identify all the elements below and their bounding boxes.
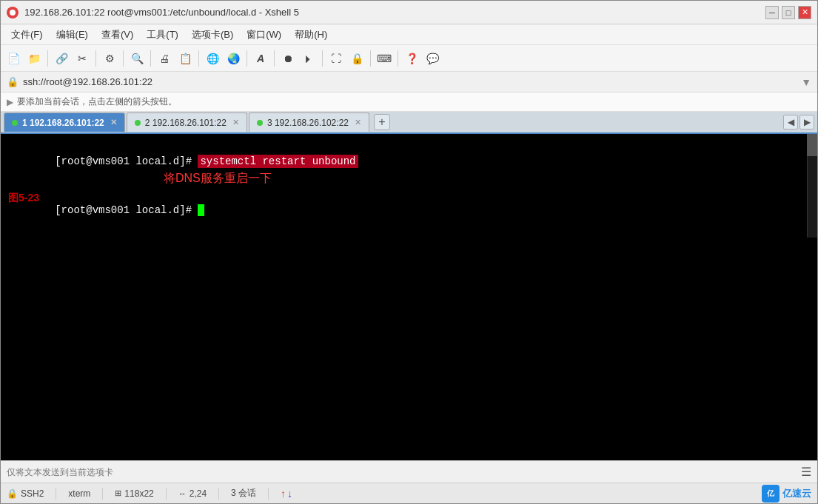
toolbar: 📄 📁 🔗 ✂ ⚙ 🔍 🖨 📋 🌐 🌏 A ⏺ ⏵ ⛶ 🔒 ⌨ ❓ 💬 [1,45,817,72]
address-lock-icon: 🔒 [7,76,19,87]
toolbar-sep-10 [398,50,398,67]
minimize-button[interactable]: ─ [765,6,779,19]
toolbar-globe-btn[interactable]: 🌐 [203,49,222,68]
info-bar-text: 要添加当前会话，点击左侧的箭头按钮。 [17,95,177,108]
toolbar-fullscreen-btn[interactable]: ⛶ [326,49,346,68]
maximize-button[interactable]: □ [782,6,795,19]
status-cols-item: ⊞ 118x22 [115,488,153,499]
toolbar-sep-5 [198,50,199,67]
status-arrow-up: ↑ [281,488,286,500]
menu-help[interactable]: 帮助(H) [289,27,333,43]
status-sessions-label: 3 会话 [231,487,256,500]
tab-2-dot [135,120,141,126]
address-bar: 🔒 ssh://root@192.168.26.101:22 ▼ [1,72,817,93]
toolbar-print2-btn[interactable]: 📋 [175,49,195,68]
status-lock-icon: 🔒 [7,488,18,499]
title-bar-left: 192.168.26.101:22 root@vms001:/etc/unbou… [7,7,299,19]
toolbar-keyboard-btn[interactable]: ⌨ [375,49,394,68]
toolbar-globe2-btn[interactable]: 🌏 [224,49,243,68]
terminal-prompt-2: [root@vms001 local.d]# [55,204,198,216]
toolbar-connect-btn[interactable]: 🔗 [52,49,71,68]
status-sep-4 [218,488,219,500]
toolbar-print-btn[interactable]: 🖨 [155,49,174,68]
toolbar-lock-btn[interactable]: 🔒 [347,49,366,68]
status-sep-3 [166,488,167,500]
status-pos-icon: ↔ [178,489,187,498]
toolbar-sep-7 [274,50,275,67]
status-term-item: xterm [68,488,90,499]
toolbar-chat-btn[interactable]: 💬 [423,49,442,68]
terminal-line-1: [root@vms001 local.d]# systemctl restart… [5,137,813,186]
toolbar-play-btn[interactable]: ⏵ [299,49,318,68]
terminal-annotation: 将DNS服务重启一下 [164,171,272,187]
status-arrows: ↑ ↓ [281,488,292,500]
toolbar-font-btn[interactable]: A [251,49,270,68]
status-bar: 🔒 SSH2 xterm ⊞ 118x22 ↔ 2,24 3 会话 ↑ ↓ 亿 … [1,483,817,503]
logo-icon: 亿 [762,485,780,503]
logo-text: 亿速云 [782,487,811,500]
app-icon [7,7,19,19]
status-sep-1 [56,488,56,500]
terminal-line-2: [root@vms001 local.d]# [5,186,813,235]
terminal-scrollbar[interactable] [807,134,817,238]
toolbar-disconnect-btn[interactable]: ✂ [73,49,92,68]
title-bar-controls: ─ □ ✕ [765,6,811,19]
toolbar-open-btn[interactable]: 📁 [24,49,44,68]
status-lock-item: 🔒 SSH2 [7,488,44,499]
toolbar-help-btn[interactable]: ❓ [402,49,421,68]
tab-1[interactable]: 1 192.168.26.101:22 ✕ [4,112,125,132]
toolbar-rec-btn[interactable]: ⏺ [278,49,298,68]
figure-label: 图5-23 [8,192,39,205]
toolbar-new-btn[interactable]: 📄 [4,49,23,68]
scrollbar-thumb[interactable] [807,134,817,156]
tab-3-dot [257,120,263,126]
bottom-input-bar: ☰ [1,460,817,483]
address-text: ssh://root@192.168.26.101:22 [23,76,152,87]
info-arrow-icon: ▶ [7,97,13,107]
tab-3-label: 3 192.168.26.102:22 [267,118,349,128]
status-logo: 亿 亿速云 [762,485,811,503]
app-window: 192.168.26.101:22 root@vms001:/etc/unbou… [0,0,818,504]
terminal-wrapper[interactable]: [root@vms001 local.d]# systemctl restart… [1,134,817,460]
status-ssh-label: SSH2 [21,488,44,499]
toolbar-sep-6 [247,50,247,67]
tabs-container: 1 192.168.26.101:22 ✕ 2 192.168.26.101:2… [1,112,817,134]
tab-1-close[interactable]: ✕ [110,118,117,127]
title-bar: 192.168.26.101:22 root@vms001:/etc/unbou… [1,1,817,24]
menu-file[interactable]: 文件(F) [5,27,49,43]
tab-3-close[interactable]: ✕ [355,118,361,127]
terminal-command-1: systemctl restart unbound [198,155,358,168]
tab-2[interactable]: 2 192.168.26.101:22 ✕ [127,112,247,132]
bottom-input-menu-icon[interactable]: ☰ [801,465,811,479]
close-button[interactable]: ✕ [798,6,811,19]
status-cols-label: 118x22 [124,488,153,499]
toolbar-sep-8 [322,50,323,67]
tabs-nav: ◀ ▶ [783,115,814,130]
title-text: 192.168.26.101:22 root@vms001:/etc/unbou… [24,7,299,18]
status-sep-2 [102,488,103,500]
menu-tabs[interactable]: 选项卡(B) [186,27,239,43]
status-pos-item: ↔ 2,24 [178,488,207,499]
tabs-nav-left[interactable]: ◀ [783,115,798,130]
toolbar-search-btn[interactable]: 🔍 [127,49,147,68]
address-dropdown-icon[interactable]: ▼ [801,76,811,88]
terminal[interactable]: [root@vms001 local.d]# systemctl restart… [1,134,817,238]
terminal-cursor [198,204,204,216]
tab-add-button[interactable]: + [374,114,390,130]
toolbar-sep-3 [123,50,124,67]
toolbar-sep-1 [47,50,48,67]
menu-view[interactable]: 查看(V) [95,27,139,43]
menu-edit[interactable]: 编辑(E) [50,27,94,43]
status-term-label: xterm [68,488,90,499]
bottom-input-field[interactable] [7,467,801,477]
menu-tools[interactable]: 工具(T) [141,27,184,43]
menu-window[interactable]: 窗口(W) [241,27,287,43]
status-cols-icon: ⊞ [115,488,121,498]
toolbar-settings-btn[interactable]: ⚙ [100,49,119,68]
tab-2-close[interactable]: ✕ [232,118,239,127]
toolbar-sep-9 [370,50,371,67]
info-bar: ▶ 要添加当前会话，点击左侧的箭头按钮。 [1,93,817,112]
tabs-nav-right[interactable]: ▶ [799,115,814,130]
tab-3[interactable]: 3 192.168.26.102:22 ✕ [249,112,369,132]
status-pos-label: 2,24 [190,488,207,499]
